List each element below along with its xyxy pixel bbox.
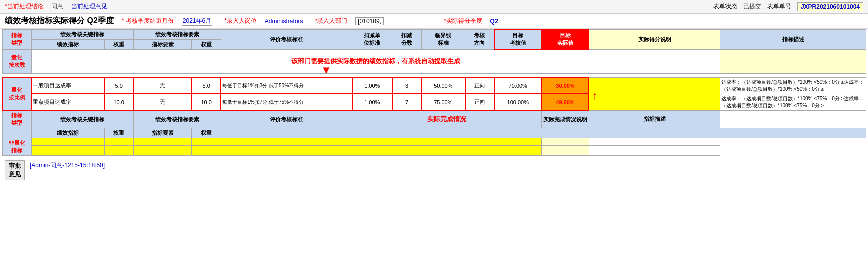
actual-note-2 bbox=[589, 94, 720, 110]
indicator-1: 一般项目达成率 bbox=[31, 78, 104, 94]
nq2-complete bbox=[352, 146, 542, 156]
target-val-1: 70.00% bbox=[494, 78, 542, 94]
nq2-eval bbox=[221, 146, 352, 156]
header-row-2: 指标类型 绩效考核关键指标 绩效考核指标要素 评价考核标准 实际完成情况 实际完… bbox=[2, 110, 866, 128]
agree-text: 同意 bbox=[51, 2, 63, 11]
main-title: 绩效考核指标实际得分 Q2季度 bbox=[5, 16, 114, 26]
notice-text: 该部门需要提供实际数据的绩效指标，有系统自动提取生成 bbox=[291, 58, 460, 65]
direction-2: 正向 bbox=[465, 94, 494, 110]
header-eval-std: 评价考核标准 bbox=[221, 30, 352, 50]
header-kpi-key: 绩效考核关键指标 bbox=[31, 30, 133, 40]
header-weight: 权重 bbox=[104, 40, 133, 50]
field3-value: [010109, bbox=[355, 18, 384, 26]
h2b-empty bbox=[221, 128, 589, 138]
approval-label: 审批意见 bbox=[5, 160, 25, 180]
title-row: 绩效考核指标实际得分 Q2季度 * 考核季度结束月份 2021年6月 *录入人岗… bbox=[0, 14, 868, 29]
nq2-note bbox=[542, 146, 589, 156]
approval-section: 审批意见 [Admin-同意-1215-15:18:50] bbox=[0, 158, 868, 182]
actual-note-1 bbox=[589, 78, 720, 94]
non-quant-row-2 bbox=[2, 146, 866, 156]
field4-label: *实际得分季度 bbox=[444, 17, 482, 26]
header2-actual-note: 实际完成情况说明 bbox=[542, 110, 589, 128]
desc-2: 达成率：（达成项目数/总项目数）*100% <75%：0分 ≥达成率：（达成项目… bbox=[720, 94, 866, 110]
weight-2: 10.0 bbox=[104, 94, 133, 110]
deduct-score-2: 7 bbox=[392, 94, 421, 110]
header-kpi-element: 绩效考核指标要素 bbox=[133, 30, 221, 40]
header2-eval-std: 评价考核标准 bbox=[221, 110, 352, 128]
h2b-weight: 权重 bbox=[104, 128, 133, 138]
field3-extra bbox=[392, 21, 432, 22]
nq-weight2 bbox=[192, 138, 221, 146]
field4-value: Q2 bbox=[490, 18, 498, 25]
header-indicator-desc: 指标描述 bbox=[720, 30, 866, 50]
header-element: 指标要素 bbox=[133, 40, 192, 50]
main-table-wrap: 指标 类型 绩效考核关键指标 绩效考核指标要素 评价考核标准 扣减单 位标准 扣… bbox=[0, 29, 868, 156]
header2-type: 指标类型 bbox=[2, 110, 31, 128]
nq-desc bbox=[589, 138, 720, 146]
form-number-label: 表单单号 bbox=[767, 2, 791, 11]
current-result-link[interactable]: *当前处理结论 bbox=[5, 2, 43, 11]
header-row-2b: 绩效指标 权重 指标要素 权重 bbox=[2, 128, 866, 138]
eval-std-2: 每低于目标1%扣7分,低于75%不得分 bbox=[221, 94, 352, 110]
header-deduct-score: 扣减 分数 bbox=[392, 30, 421, 50]
boundary-2: 75.00% bbox=[421, 94, 465, 110]
form-number-value: JXPR2021060101004 bbox=[797, 2, 863, 12]
notice-cell: 该部门需要提供实际数据的绩效指标，有系统自动提取生成 ▼ bbox=[31, 50, 720, 74]
type-cell-count: 量化按次数 bbox=[2, 50, 31, 74]
header2-kpi-element: 绩效考核指标要素 bbox=[133, 110, 221, 128]
target-real-2: 49.00% ↑ bbox=[542, 94, 589, 110]
form-status-label: 表单状态 bbox=[713, 2, 737, 11]
h2b-note bbox=[589, 128, 720, 138]
nq2-weight2 bbox=[192, 146, 221, 156]
header-boundary: 临界线 标准 bbox=[421, 30, 465, 50]
header2-desc: 指标描述 bbox=[589, 110, 720, 128]
type-cell-nonquant: 非量化指标 bbox=[2, 138, 31, 156]
h2b-type bbox=[2, 128, 31, 138]
header2-actual-complete: 实际完成情况 bbox=[352, 110, 542, 128]
header-deduct-unit: 扣减单 位标准 bbox=[352, 30, 392, 50]
deduct-score-1: 3 bbox=[392, 78, 421, 94]
data-row-2: 重点项目达成率 10.0 无 10.0 每低于目标1%扣7分,低于75%不得分 … bbox=[2, 94, 866, 110]
nq-weight bbox=[104, 138, 133, 146]
eval-std-1: 每低于目标1%扣3分,低于50%不得分 bbox=[221, 78, 352, 94]
weight2-2: 10.0 bbox=[192, 94, 221, 110]
main-table: 指标 类型 绩效考核关键指标 绩效考核指标要素 评价考核标准 扣减单 位标准 扣… bbox=[2, 29, 866, 156]
target-real-1: 30.00% bbox=[542, 78, 589, 94]
header-target-val: 目标 考核值 bbox=[494, 30, 542, 50]
header-kpi-indicator: 绩效指标 bbox=[31, 40, 104, 50]
form-status-value: 已提交 bbox=[743, 2, 761, 11]
nq2-weight bbox=[104, 146, 133, 156]
h2b-weight2: 权重 bbox=[192, 128, 221, 138]
element-1: 无 bbox=[133, 78, 192, 94]
weight-1: 5.0 bbox=[104, 78, 133, 94]
nq-actual-note bbox=[542, 138, 589, 146]
nq-actual-complete bbox=[352, 138, 542, 146]
header-direction: 考核 方向 bbox=[465, 30, 494, 50]
header-actual-score-note: 实际得分说明 bbox=[589, 30, 720, 50]
arrow-up: ↑ bbox=[592, 90, 597, 102]
field2-value: Administrators bbox=[265, 18, 303, 25]
field2-label: *录入人岗位 bbox=[224, 17, 257, 26]
deduct-unit-1: 1.00% bbox=[352, 78, 392, 94]
non-quant-row: 非量化指标 bbox=[2, 138, 866, 146]
type-cell-ratio: 量化按比例 bbox=[2, 78, 31, 110]
deduct-unit-2: 1.00% bbox=[352, 94, 392, 110]
spacer-row bbox=[2, 74, 866, 78]
nq-element bbox=[133, 138, 192, 146]
approval-content: [Admin-同意-1215-15:18:50] bbox=[29, 160, 106, 171]
nq2-desc bbox=[589, 146, 720, 156]
h2b-indicator: 绩效指标 bbox=[31, 128, 104, 138]
current-opinion-link[interactable]: 当前处理意见 bbox=[71, 2, 107, 11]
notice-desc-cell bbox=[720, 50, 866, 74]
weight2-1: 5.0 bbox=[192, 78, 221, 94]
top-bar: *当前处理结论 同意 当前处理意见 表单状态 已提交 表单单号 JXPR2021… bbox=[0, 0, 868, 14]
indicator-2: 重点项目达成率 bbox=[31, 94, 104, 110]
h2b-element: 指标要素 bbox=[133, 128, 192, 138]
nq2-element bbox=[133, 146, 192, 156]
arrow-down: ▼ bbox=[321, 64, 332, 77]
data-row-1: 量化按比例 一般项目达成率 5.0 无 5.0 每低于目标1%扣3分,低于50%… bbox=[2, 78, 866, 94]
top-bar-left: *当前处理结论 同意 当前处理意见 bbox=[5, 2, 107, 11]
field1-value: 2021年6月 bbox=[182, 17, 212, 26]
element-2: 无 bbox=[133, 94, 192, 110]
target-val-2: 100.00% bbox=[494, 94, 542, 110]
